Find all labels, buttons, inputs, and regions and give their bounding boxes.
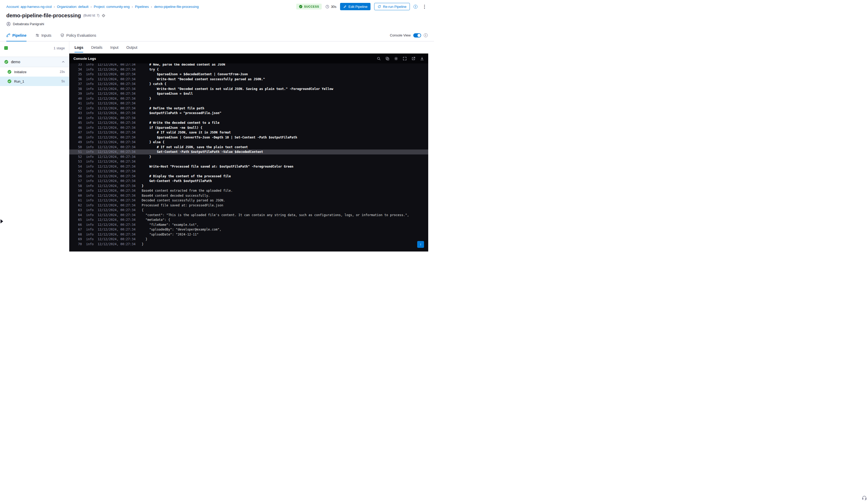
log-message: Processed file saved at: processedFile.j… [142, 203, 223, 208]
step-list: Initialize23sRun_15s [0, 67, 69, 86]
tab-pipeline[interactable]: Pipeline [6, 29, 27, 41]
log-line-38: 38info12/12/2024, 00:27:34 Write-Host "D… [69, 86, 428, 92]
log-line-number: 51 [74, 149, 82, 155]
log-line-number: 66 [74, 222, 82, 227]
log-level: info [86, 63, 94, 67]
log-timestamp: 12/12/2024, 00:27:34 [97, 217, 140, 222]
kebab-menu-icon[interactable]: ⋮ [421, 4, 428, 9]
log-message: "metadata": { [142, 217, 170, 222]
log-line-51: 51info12/12/2024, 00:27:34 Set-Content -… [69, 149, 428, 155]
stage-name: demo [11, 60, 20, 64]
log-line-number: 41 [74, 101, 82, 106]
pipeline-icon [6, 33, 10, 37]
chevron-up-icon[interactable] [62, 60, 65, 63]
fullscreen-icon[interactable] [403, 57, 407, 61]
log-level: info [86, 198, 94, 203]
log-line-50: 50info12/12/2024, 00:27:34 # If not vali… [69, 145, 428, 150]
info-icon[interactable]: i [414, 5, 417, 9]
log-level: info [86, 203, 94, 208]
log-timestamp: 12/12/2024, 00:27:34 [97, 184, 140, 189]
build-id: (Build Id: 7) [83, 14, 99, 17]
log-timestamp: 12/12/2024, 00:27:34 [97, 188, 140, 193]
log-timestamp: 12/12/2024, 00:27:34 [97, 179, 140, 184]
console-view-info-icon[interactable]: i [424, 33, 428, 37]
log-message: Decoded content successfully parsed as J… [142, 198, 225, 203]
edit-pipeline-button[interactable]: Edit Pipeline [340, 3, 371, 10]
log-line-number: 49 [74, 140, 82, 145]
log-level: info [86, 242, 94, 247]
log-message: $parsedJson | ConvertTo-Json -Depth 10 |… [142, 135, 297, 140]
log-line-59: 59info12/12/2024, 00:27:34Base64 content… [69, 188, 428, 193]
log-level: info [86, 67, 94, 72]
log-message: } [142, 184, 144, 189]
log-timestamp: 12/12/2024, 00:27:34 [97, 227, 140, 232]
log-timestamp: 12/12/2024, 00:27:34 [97, 169, 140, 174]
log-level: info [86, 184, 94, 189]
rerun-pipeline-button[interactable]: Re-run Pipeline [374, 3, 410, 10]
log-level: info [86, 188, 94, 193]
scroll-to-top-button[interactable]: ↑ [417, 241, 424, 248]
tab-policy-evaluations[interactable]: Policy Evaluations [60, 29, 96, 41]
console-log-body[interactable]: 33info12/12/2024, 00:27:34 # Now, parse … [69, 63, 428, 251]
success-check-icon [299, 5, 302, 8]
step-name: Run_1 [14, 80, 24, 83]
log-level: info [86, 179, 94, 184]
log-tab-details[interactable]: Details [91, 41, 102, 53]
log-line-57: 57info12/12/2024, 00:27:34 Get-Content -… [69, 179, 428, 184]
expand-panel-handle[interactable] [1, 219, 3, 223]
log-timestamp: 12/12/2024, 00:27:34 [97, 208, 140, 213]
log-timestamp: 12/12/2024, 00:27:34 [97, 149, 140, 155]
avatar-icon [6, 22, 11, 26]
user-row: Debabrata Panigrahi [6, 21, 428, 27]
log-line-number: 48 [74, 135, 82, 140]
log-line-62: 62info12/12/2024, 00:27:34Processed file… [69, 203, 428, 208]
page-title: demo-pipeline-file-processing [6, 13, 81, 19]
open-in-new-icon[interactable] [411, 57, 415, 61]
breadcrumb-link[interactable]: Project: community-eng [94, 5, 130, 9]
log-level: info [86, 145, 94, 150]
log-tab-input[interactable]: Input [110, 41, 118, 53]
log-line-number: 52 [74, 155, 82, 159]
log-tab-logs[interactable]: Logs [74, 41, 83, 53]
settings-icon[interactable] [394, 57, 398, 61]
download-icon[interactable] [420, 57, 424, 61]
breadcrumb-link[interactable]: Organization: default [57, 5, 89, 9]
log-message: # If not valid JSON, save the plain text… [142, 145, 248, 150]
tab-label: Pipeline [12, 33, 27, 38]
log-level: info [86, 222, 94, 227]
breadcrumb-link[interactable]: demo-pipeline-file-processing [154, 5, 199, 9]
search-icon[interactable] [377, 57, 381, 61]
log-timestamp: 12/12/2024, 00:27:34 [97, 135, 140, 140]
log-line-42: 42info12/12/2024, 00:27:34 # Define the … [69, 106, 428, 111]
clock-icon [326, 5, 329, 9]
log-level: info [86, 72, 94, 77]
breadcrumb-link[interactable]: Account: app-harness-ng-cicd [6, 5, 52, 9]
console-view-label: Console View [390, 33, 411, 37]
tab-inputs[interactable]: Inputs [35, 29, 51, 41]
breadcrumb-link[interactable]: Pipelines [135, 5, 149, 9]
log-message: if ($parsedJson -ne $null) { [142, 125, 202, 130]
log-line-46: 46info12/12/2024, 00:27:34 if ($parsedJs… [69, 125, 428, 130]
log-line-number: 56 [74, 174, 82, 179]
refresh-icon [378, 5, 381, 8]
log-tab-output[interactable]: Output [126, 41, 137, 53]
log-message: Base64 content extracted from the upload… [142, 188, 233, 193]
step-run_1[interactable]: Run_15s [0, 76, 69, 86]
log-line-54: 54info12/12/2024, 00:27:34 Write-Host "P… [69, 164, 428, 169]
step-initialize[interactable]: Initialize23s [0, 67, 69, 76]
log-line-68: 68info12/12/2024, 00:27:34 "uploadDate":… [69, 232, 428, 237]
log-line-45: 45info12/12/2024, 00:27:34 # Write the d… [69, 120, 428, 125]
console-view-toggle[interactable] [413, 33, 421, 38]
breadcrumb-separator: › [132, 5, 133, 9]
diamond-icon[interactable] [102, 14, 105, 17]
log-line-52: 52info12/12/2024, 00:27:34 } [69, 155, 428, 159]
stage-group-demo[interactable]: demo [0, 57, 69, 67]
log-timestamp: 12/12/2024, 00:27:34 [97, 63, 140, 67]
toggle-knob [417, 34, 421, 37]
log-line-number: 53 [74, 159, 82, 164]
log-line-number: 64 [74, 213, 82, 218]
log-message: # Display the content of the processed f… [142, 174, 231, 179]
copy-icon[interactable] [385, 57, 389, 61]
log-line-number: 63 [74, 208, 82, 213]
stage-count: 1 stage [53, 46, 65, 50]
